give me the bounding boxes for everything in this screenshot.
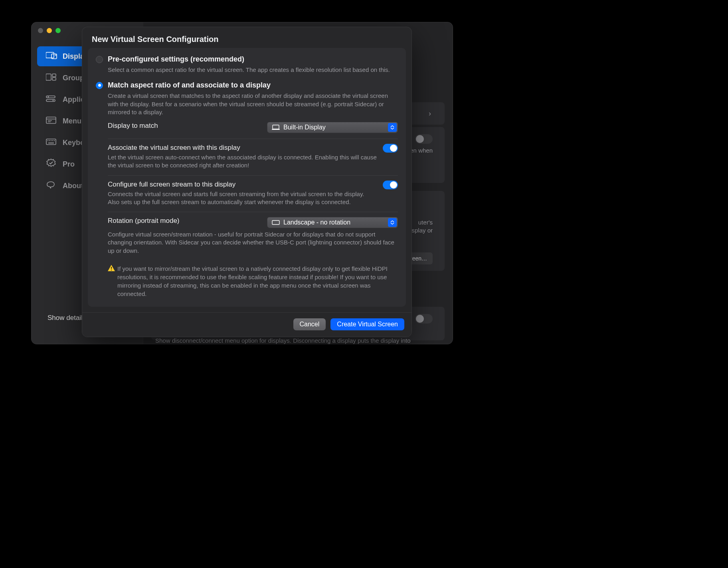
- svg-rect-24: [111, 270, 112, 270]
- svg-rect-13: [46, 139, 56, 145]
- traffic-lights: [38, 28, 61, 33]
- sheet-title: New Virtual Screen Configuration: [82, 27, 411, 48]
- bg-toggle-1[interactable]: [415, 134, 433, 144]
- chevron-up-down-icon: [388, 218, 397, 227]
- option-preconfigured-radio-row[interactable]: Pre-configured settings (recommended): [96, 55, 398, 64]
- svg-rect-4: [52, 77, 56, 80]
- stream-title: Configure full screen stream to this dis…: [108, 181, 377, 189]
- sheet-body: Pre-configured settings (recommended) Se…: [88, 48, 406, 307]
- svg-rect-17: [52, 140, 53, 141]
- option-preconfigured-sub: Select a common aspect ratio for the vir…: [108, 66, 398, 74]
- svg-rect-2: [46, 74, 51, 80]
- svg-rect-20: [273, 125, 279, 129]
- associate-title: Associate the virtual screen with this d…: [108, 144, 377, 152]
- radio-preconfigured[interactable]: [96, 56, 103, 63]
- sidebar-item-label: About: [63, 182, 83, 190]
- minimize-icon[interactable]: [47, 28, 52, 33]
- option-match-display-title: Match aspect ratio of and associate to a…: [108, 81, 271, 89]
- warning-icon: [108, 265, 115, 298]
- show-details-link[interactable]: Show details: [47, 314, 86, 322]
- chevron-right-icon: ›: [429, 109, 431, 118]
- svg-rect-3: [52, 74, 56, 77]
- row-display-to-match: Display to match Built-in Display: [108, 122, 398, 133]
- bg-disconnect-text: Show disconnect/connect menu option for …: [155, 337, 445, 344]
- svg-rect-21: [272, 129, 280, 130]
- close-icon[interactable]: [38, 28, 43, 33]
- about-icon: [46, 181, 56, 191]
- rotation-dropdown[interactable]: Landscape - no rotation: [267, 217, 398, 228]
- svg-rect-14: [47, 140, 48, 141]
- sheet-footer: Cancel Create Virtual Screen: [82, 312, 411, 337]
- rotation-title: Rotation (portrait mode): [108, 217, 261, 225]
- menu-icon: [46, 117, 56, 126]
- svg-rect-9: [46, 117, 56, 123]
- stream-toggle[interactable]: [383, 181, 398, 189]
- row-stream: Configure full screen stream to this dis…: [108, 175, 398, 207]
- svg-rect-16: [51, 140, 51, 141]
- radio-match-display[interactable]: [96, 82, 103, 89]
- option-match-display: Match aspect ratio of and associate to a…: [96, 81, 398, 298]
- svg-rect-15: [49, 140, 50, 141]
- svg-rect-5: [46, 96, 55, 98]
- row-associate: Associate the virtual screen with this d…: [108, 139, 398, 170]
- apps-icon: [46, 95, 56, 104]
- warning-block: If you want to mirror/stream the virtual…: [108, 264, 398, 298]
- keyboard-icon: [46, 139, 56, 147]
- landscape-icon: [271, 219, 280, 226]
- new-virtual-screen-sheet: New Virtual Screen Configuration Pre-con…: [82, 27, 412, 337]
- row-rotation: Rotation (portrait mode) Landscape - no …: [108, 212, 398, 228]
- rotation-value: Landscape - no rotation: [283, 219, 350, 226]
- stream-sub: Connects the virtual screen and starts f…: [108, 190, 377, 207]
- svg-point-6: [48, 96, 49, 97]
- bg-text-c2: isplay or: [410, 227, 433, 234]
- option-preconfigured: Pre-configured settings (recommended) Se…: [96, 55, 398, 74]
- svg-rect-23: [111, 267, 112, 269]
- svg-rect-22: [272, 220, 279, 224]
- group-icon: [46, 73, 56, 83]
- display-to-match-dropdown[interactable]: Built-in Display: [267, 122, 398, 133]
- svg-rect-7: [46, 99, 55, 101]
- option-preconfigured-title: Pre-configured settings (recommended): [108, 55, 244, 64]
- svg-rect-0: [46, 52, 54, 58]
- chevron-up-down-icon: [388, 123, 397, 132]
- rotation-sub: Configure virtual screen/stream rotation…: [108, 230, 398, 255]
- laptop-icon: [271, 124, 280, 131]
- svg-point-8: [53, 100, 54, 101]
- warning-text: If you want to mirror/stream the virtual…: [117, 264, 398, 298]
- display-to-match-label: Display to match: [108, 122, 261, 130]
- bg-text-c1: uter's: [418, 219, 433, 226]
- cancel-button[interactable]: Cancel: [293, 318, 326, 330]
- option-match-display-radio-row[interactable]: Match aspect ratio of and associate to a…: [96, 81, 398, 89]
- svg-rect-18: [54, 140, 55, 141]
- displays-icon: [46, 52, 56, 62]
- bg-toggle-2[interactable]: [415, 314, 433, 324]
- display-to-match-value: Built-in Display: [283, 124, 326, 131]
- create-virtual-screen-button[interactable]: Create Virtual Screen: [330, 318, 404, 330]
- svg-rect-19: [48, 143, 54, 143]
- sidebar-item-label: Pro: [63, 160, 75, 169]
- pro-icon: [46, 159, 56, 170]
- associate-toggle[interactable]: [383, 144, 398, 153]
- maximize-icon[interactable]: [55, 28, 61, 33]
- option-match-display-sub: Create a virtual screen that matches to …: [108, 92, 398, 116]
- associate-sub: Let the virtual screen auto-connect when…: [108, 153, 377, 170]
